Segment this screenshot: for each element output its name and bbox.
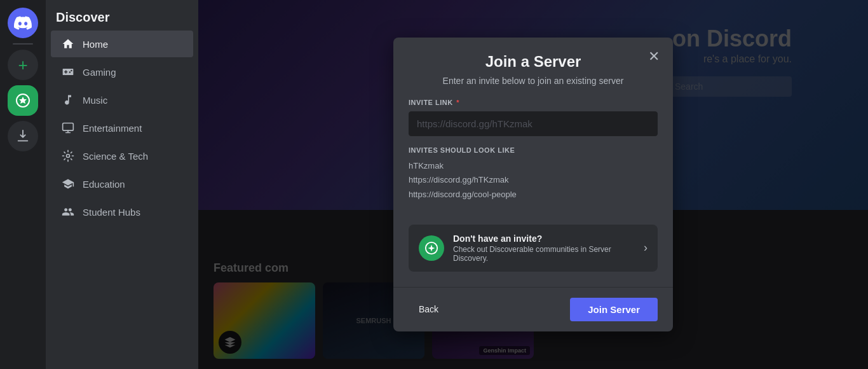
svg-marker-1	[19, 97, 27, 104]
modal-overlay: ✕ Join a Server Enter an invite below to…	[198, 0, 868, 369]
main-content: on Discord re's a place for you. Search …	[198, 0, 868, 369]
invite-link-input[interactable]	[409, 111, 658, 136]
icon-bar: +	[0, 0, 46, 369]
svg-rect-2	[63, 123, 74, 131]
sidebar-item-entertainment[interactable]: Entertainment	[51, 115, 193, 141]
modal-body: INVITE LINK * INVITES SHOULD LOOK LIKE h…	[393, 86, 673, 214]
modal-close-button[interactable]: ✕	[645, 48, 663, 66]
sidebar-item-education[interactable]: Education	[51, 171, 193, 197]
discovery-title: Don't have an invite?	[453, 233, 635, 244]
sidebar-item-music[interactable]: Music	[51, 87, 193, 113]
sidebar-item-gaming-label: Gaming	[83, 67, 116, 78]
invite-example-2: https://discord.gg/hTKzmak	[409, 173, 658, 187]
discord-logo-icon[interactable]	[8, 8, 38, 38]
education-icon	[61, 177, 75, 191]
sidebar-item-gaming[interactable]: Gaming	[51, 59, 193, 85]
sidebar-item-music-label: Music	[83, 95, 107, 106]
sidebar-item-home-label: Home	[83, 39, 108, 50]
join-server-button[interactable]: Join Server	[570, 298, 658, 321]
svg-marker-5	[428, 244, 435, 251]
discovery-text: Don't have an invite? Check out Discover…	[453, 233, 635, 263]
discover-button[interactable]	[8, 85, 38, 116]
download-button[interactable]	[8, 121, 38, 151]
back-button[interactable]: Back	[409, 298, 449, 321]
modal-title: Join a Server	[409, 53, 658, 71]
home-icon	[61, 37, 75, 51]
science-tech-icon	[61, 149, 75, 163]
invites-should-look-like-label: INVITES SHOULD LOOK LIKE	[409, 146, 658, 154]
invite-link-label: INVITE LINK *	[409, 99, 658, 106]
add-server-button[interactable]: +	[8, 50, 38, 80]
sidebar-item-home[interactable]: Home	[51, 31, 193, 57]
sidebar-header: Discover	[46, 0, 198, 30]
entertainment-icon	[61, 121, 75, 135]
join-server-modal: ✕ Join a Server Enter an invite below to…	[393, 38, 673, 331]
discovery-compass-icon	[419, 235, 444, 261]
modal-subtitle: Enter an invite below to join an existin…	[409, 76, 658, 86]
sidebar-item-education-label: Education	[83, 179, 125, 190]
gaming-icon	[61, 65, 75, 79]
invite-example-3: https://discord.gg/cool-people	[409, 188, 658, 202]
student-hubs-icon	[61, 205, 75, 219]
required-marker: *	[454, 99, 459, 106]
sidebar-item-student-hubs[interactable]: Student Hubs	[51, 198, 193, 225]
icon-bar-divider	[13, 43, 33, 45]
discovery-subtitle: Check out Discoverable communities in Se…	[453, 245, 635, 263]
invite-example-1: hTKzmak	[409, 159, 658, 173]
music-icon	[61, 93, 75, 107]
modal-footer: Back Join Server	[393, 287, 673, 331]
sidebar-item-science-tech[interactable]: Science & Tech	[51, 143, 193, 169]
sidebar: Discover Home Gaming Music Entertainment…	[46, 0, 198, 369]
sidebar-item-entertainment-label: Entertainment	[83, 123, 142, 134]
sidebar-item-student-hubs-label: Student Hubs	[83, 207, 140, 218]
svg-point-3	[67, 155, 70, 158]
sidebar-item-science-tech-label: Science & Tech	[83, 151, 148, 162]
discovery-chevron-icon: ›	[644, 241, 648, 254]
invite-examples: hTKzmak https://discord.gg/hTKzmak https…	[409, 159, 658, 201]
modal-header: Join a Server Enter an invite below to j…	[393, 38, 673, 86]
discovery-banner[interactable]: Don't have an invite? Check out Discover…	[409, 225, 658, 272]
